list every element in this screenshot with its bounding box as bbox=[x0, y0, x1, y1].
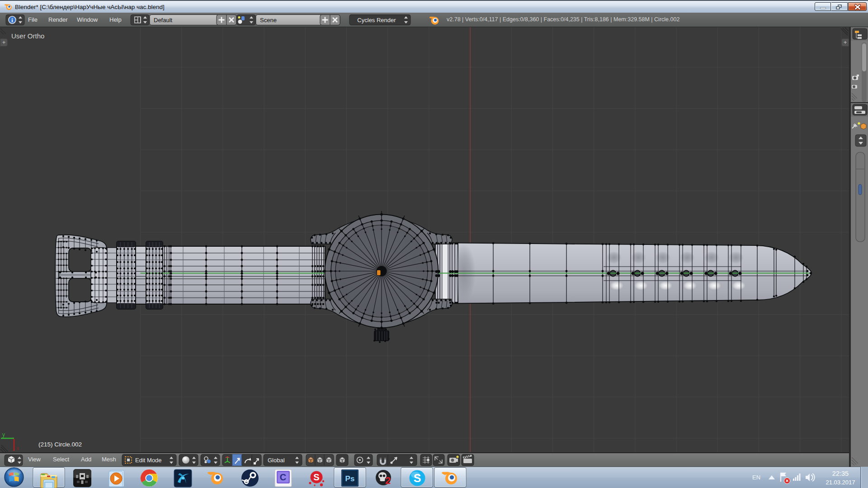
svg-text:Default: Default bbox=[154, 17, 173, 23]
svg-text:C: C bbox=[280, 472, 286, 482]
svg-text:Global: Global bbox=[268, 457, 285, 464]
svg-text:Edit Mode: Edit Mode bbox=[135, 457, 162, 464]
svg-text:S: S bbox=[414, 472, 421, 484]
svg-text:21.03.2017: 21.03.2017 bbox=[826, 479, 855, 486]
svg-text:y: y bbox=[2, 432, 5, 438]
svg-text:2: 2 bbox=[385, 475, 391, 486]
svg-text:Cycles Render: Cycles Render bbox=[357, 17, 396, 23]
svg-text:EN: EN bbox=[752, 474, 760, 481]
svg-text:x: x bbox=[16, 445, 19, 451]
svg-text:Ps: Ps bbox=[345, 474, 355, 483]
svg-text:Scene: Scene bbox=[260, 17, 277, 23]
svg-text:S: S bbox=[313, 472, 319, 482]
svg-text:22:35: 22:35 bbox=[832, 470, 849, 477]
